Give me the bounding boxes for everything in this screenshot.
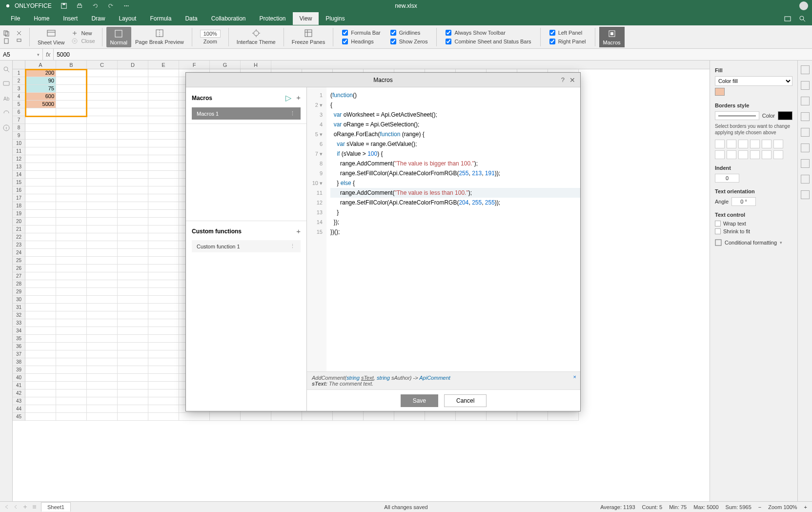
cell[interactable] [118,147,148,155]
cell[interactable] [87,265,118,272]
image-settings-icon[interactable] [801,112,810,121]
cell[interactable] [56,108,87,116]
redo-icon[interactable] [107,2,114,9]
row-header[interactable]: 44 [13,405,25,413]
cell[interactable] [118,186,148,194]
paste-button[interactable] [3,38,10,44]
row-header[interactable]: 5 [13,101,25,108]
cell[interactable] [25,225,56,233]
cell[interactable] [56,85,87,93]
check-right-panel[interactable]: Right Panel [549,39,586,44]
cell[interactable] [25,179,56,186]
cell[interactable] [148,249,179,257]
cell[interactable] [25,202,56,210]
cell[interactable] [25,358,56,366]
cell[interactable] [118,358,148,366]
border-btn[interactable] [762,140,771,148]
table-settings-icon[interactable] [801,81,810,90]
row-header[interactable]: 6 [13,108,25,116]
cell[interactable] [56,382,87,389]
cell[interactable] [118,335,148,343]
border-btn[interactable] [715,140,725,148]
cell[interactable] [87,413,118,421]
text-settings-icon[interactable] [801,143,810,152]
cell[interactable] [118,327,148,335]
cell[interactable] [517,413,548,421]
cell[interactable] [87,257,118,265]
cell[interactable] [118,382,148,389]
cell[interactable] [25,194,56,202]
fill-type-select[interactable]: Color fill [715,76,792,86]
cell[interactable] [148,343,179,350]
row-header[interactable]: 19 [13,210,25,218]
cell[interactable] [87,108,118,116]
menu-data[interactable]: Data [178,12,204,25]
cell[interactable] [87,249,118,257]
cut-button[interactable] [16,30,22,37]
cell[interactable] [25,124,56,132]
cell[interactable] [148,210,179,218]
row-header[interactable]: 22 [13,233,25,241]
macros-button[interactable]: Macros [599,27,625,47]
cell[interactable] [118,140,148,147]
cell[interactable]: 600 [25,93,56,101]
cell[interactable] [56,343,87,350]
cell[interactable] [25,366,56,374]
row-header[interactable]: 25 [13,257,25,265]
custom-function-item[interactable]: Custom function 1 ⋮ [192,240,301,252]
cell[interactable] [148,358,179,366]
cell[interactable] [210,413,241,421]
cell[interactable] [25,163,56,171]
cell[interactable] [87,272,118,280]
save-button[interactable]: Save [401,394,438,407]
row-header[interactable]: 14 [13,171,25,179]
cell[interactable] [302,413,333,421]
select-all-corner[interactable] [13,61,25,69]
col-header[interactable]: B [56,61,87,69]
cell[interactable] [118,389,148,397]
cell[interactable] [148,77,179,85]
add-sheet-icon[interactable] [22,504,28,510]
cell[interactable] [87,77,118,85]
col-header[interactable]: D [118,61,148,69]
cell[interactable] [56,327,87,335]
cell[interactable] [56,171,87,179]
cell[interactable] [148,280,179,288]
cell[interactable] [25,343,56,350]
cell[interactable] [118,218,148,225]
cell[interactable] [25,140,56,147]
cell[interactable] [148,233,179,241]
cell[interactable] [56,374,87,382]
menu-formula[interactable]: Formula [143,12,178,25]
cell[interactable] [87,225,118,233]
cell[interactable] [56,319,87,327]
menu-collaboration[interactable]: Collaboration [204,12,253,25]
cell[interactable] [56,210,87,218]
cell[interactable] [118,249,148,257]
cell[interactable] [364,413,394,421]
pivot-settings-icon[interactable] [801,159,810,168]
border-btn[interactable] [727,140,736,148]
cell[interactable] [148,132,179,140]
cell[interactable] [56,405,87,413]
cell[interactable] [25,249,56,257]
cell[interactable] [148,69,179,77]
cell[interactable] [87,358,118,366]
cell[interactable] [25,108,56,116]
cell[interactable] [56,265,87,272]
cell[interactable] [118,233,148,241]
cell[interactable]: 75 [25,85,56,93]
conditional-formatting-button[interactable]: Conditional formatting ▾ [715,239,792,246]
cell[interactable] [148,288,179,296]
cell[interactable] [148,186,179,194]
freeze-panes-button[interactable]: Freeze Panes [288,26,329,47]
row-header[interactable]: 16 [13,186,25,194]
cell[interactable] [87,241,118,249]
cell[interactable] [87,93,118,101]
cell[interactable] [25,304,56,311]
cell[interactable] [148,171,179,179]
search-icon[interactable] [798,15,806,22]
cell[interactable] [25,132,56,140]
cell[interactable] [56,296,87,304]
interface-theme-button[interactable]: Interface Theme [233,26,280,47]
